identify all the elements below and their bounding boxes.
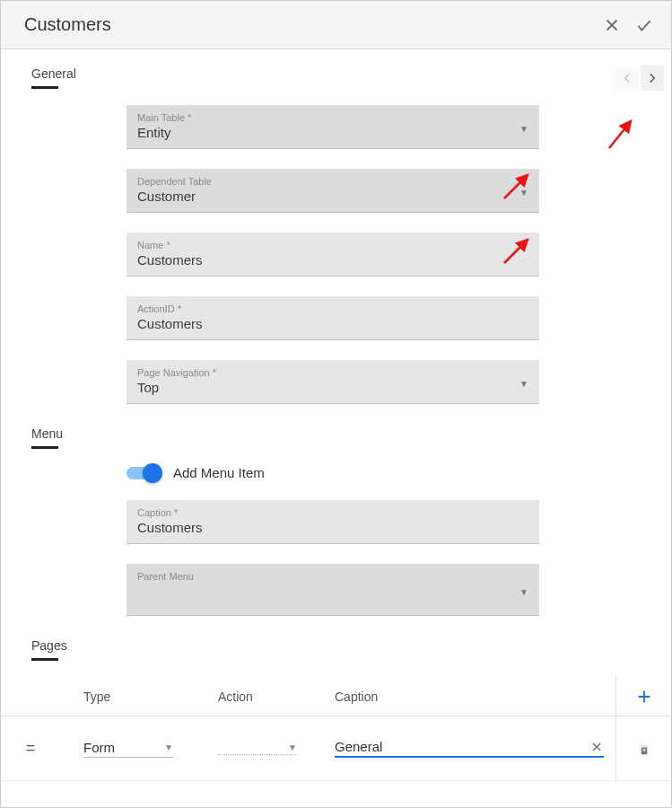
field-label: Main Table * bbox=[137, 112, 528, 123]
input-value: General bbox=[335, 739, 382, 754]
next-page-button[interactable] bbox=[641, 66, 664, 91]
field-label: Caption * bbox=[137, 507, 528, 518]
field-label: Dependent Table bbox=[137, 176, 528, 187]
field-label: Parent Menu bbox=[137, 571, 528, 582]
pages-table: Type Action Caption = Form ▼ bbox=[1, 677, 671, 781]
field-label: ActionID * bbox=[137, 303, 528, 314]
section-heading-general: General bbox=[31, 66, 76, 86]
field-label: Page Navigation * bbox=[137, 367, 528, 378]
dialog-header: Customers bbox=[1, 1, 671, 49]
field-value bbox=[137, 584, 528, 602]
confirm-button[interactable] bbox=[628, 9, 660, 41]
drag-handle[interactable]: = bbox=[17, 739, 44, 758]
section-underline bbox=[31, 86, 58, 89]
field-value: Customers bbox=[137, 520, 528, 538]
select-value: Form bbox=[83, 740, 115, 755]
section-heading-menu: Menu bbox=[31, 426, 63, 446]
dependent-table-select[interactable]: Dependent Table Customer ▼ bbox=[127, 169, 539, 213]
toggle-label: Add Menu Item bbox=[173, 465, 265, 480]
annotation-arrow bbox=[606, 114, 659, 154]
caret-down-icon: ▼ bbox=[519, 586, 528, 596]
chevron-left-icon bbox=[619, 70, 635, 86]
check-icon bbox=[634, 15, 654, 35]
caret-down-icon: ▼ bbox=[519, 124, 528, 134]
page-navigation-select[interactable]: Page Navigation * Top ▼ bbox=[127, 360, 539, 404]
svg-line-2 bbox=[609, 121, 631, 148]
column-header-type: Type bbox=[74, 689, 218, 704]
menu-caption-input[interactable]: Caption * Customers bbox=[127, 500, 539, 544]
field-label: Name * bbox=[137, 240, 528, 250]
column-header-caption: Caption bbox=[335, 689, 615, 704]
clear-icon[interactable] bbox=[589, 740, 604, 754]
field-value: Entity bbox=[137, 125, 528, 143]
column-header-action: Action bbox=[218, 689, 335, 704]
table-row: = Form ▼ ▼ General bbox=[1, 716, 671, 781]
name-input[interactable]: Name * Customers bbox=[127, 233, 539, 277]
caret-down-icon: ▼ bbox=[164, 742, 173, 752]
add-menu-item-toggle[interactable] bbox=[127, 467, 159, 479]
field-value: Customer bbox=[137, 189, 528, 206]
dialog-title: Customers bbox=[24, 14, 596, 35]
row-caption-input[interactable]: General bbox=[335, 739, 604, 758]
caret-down-icon: ▼ bbox=[288, 742, 297, 752]
prev-page-button bbox=[615, 66, 639, 91]
row-type-select[interactable]: Form ▼ bbox=[83, 740, 173, 758]
section-underline bbox=[31, 658, 58, 661]
action-id-input[interactable]: ActionID * Customers bbox=[127, 296, 539, 340]
add-page-button[interactable] bbox=[615, 677, 671, 716]
field-value: Top bbox=[137, 380, 528, 398]
close-icon bbox=[602, 15, 622, 35]
section-heading-pages: Pages bbox=[31, 638, 67, 658]
caret-down-icon: ▼ bbox=[519, 188, 528, 198]
delete-row-button[interactable] bbox=[615, 716, 671, 780]
plus-icon bbox=[634, 687, 654, 707]
field-value: Customers bbox=[137, 316, 528, 334]
field-value: Customers bbox=[137, 252, 528, 270]
close-button[interactable] bbox=[596, 9, 628, 41]
chevron-right-icon bbox=[644, 70, 660, 86]
caret-down-icon: ▼ bbox=[519, 379, 528, 389]
main-table-select[interactable]: Main Table * Entity ▼ bbox=[127, 105, 539, 149]
section-underline bbox=[31, 446, 58, 449]
trash-icon bbox=[636, 741, 652, 757]
row-action-select[interactable]: ▼ bbox=[218, 742, 297, 755]
parent-menu-select[interactable]: Parent Menu ▼ bbox=[127, 564, 539, 616]
